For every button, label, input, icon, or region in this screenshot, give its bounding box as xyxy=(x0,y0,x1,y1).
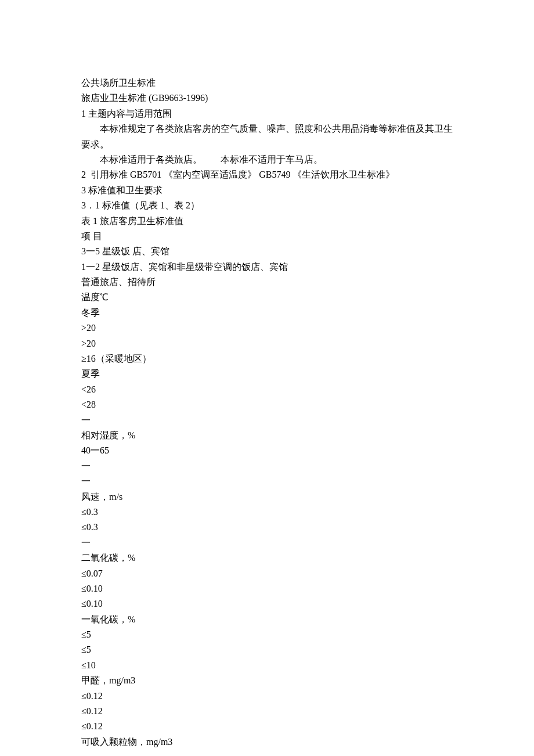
data-value: ≤5 xyxy=(81,627,453,642)
data-value: 一 xyxy=(81,535,453,550)
data-value: ≥16（采暖地区） xyxy=(81,351,453,366)
co2-label: 二氧化碳，% xyxy=(81,550,453,566)
section-3-heading: 3 标准值和卫生要求 xyxy=(81,183,453,198)
data-value: ≤5 xyxy=(81,642,453,657)
document-page: 公共场所卫生标准 旅店业卫生标准 (GB9663-1996) 1 主题内容与适用… xyxy=(0,0,534,756)
table-1-title: 表 1 旅店客房卫生标准值 xyxy=(81,214,453,229)
data-value: ≤0.07 xyxy=(81,566,453,581)
column-header: 普通旅店、招待所 xyxy=(81,275,453,290)
data-value: ≤0.12 xyxy=(81,704,453,719)
data-value: ≤10 xyxy=(81,658,453,673)
title-sub: 旅店业卫生标准 (GB9663-1996) xyxy=(81,91,453,106)
data-value: 40一65 xyxy=(81,443,453,458)
item-label: 项 目 xyxy=(81,229,453,244)
section-2-line: 2 引用标准 GB5701 《室内空调至适温度》 GB5749 《生活饮用水卫生… xyxy=(81,167,453,182)
summer-label: 夏季 xyxy=(81,366,453,381)
pm-label: 可吸入颗粒物，mg/m3 xyxy=(81,735,453,750)
data-value: ≤0.3 xyxy=(81,505,453,520)
data-value: <26 xyxy=(81,382,453,397)
data-value: >20 xyxy=(81,321,453,336)
section-1-paragraph: 本标准规定了各类旅店客房的空气质量、噪声、照度和公共用品消毒等标准值及其卫生要求… xyxy=(81,121,453,152)
temperature-label: 温度℃ xyxy=(81,290,453,305)
title-main: 公共场所卫生标准 xyxy=(81,75,453,91)
data-value: 一 xyxy=(81,474,453,489)
data-value: ≤0.12 xyxy=(81,689,453,704)
data-value: ≤0.10 xyxy=(81,581,453,596)
wind-label: 风速，m/s xyxy=(81,489,453,505)
data-value: ≤0.12 xyxy=(81,719,453,734)
humidity-label: 相对湿度，% xyxy=(81,428,453,443)
section-1-paragraph: 本标准适用于各类旅店。 本标准不适用于车马店。 xyxy=(81,152,453,167)
data-value: 一 xyxy=(81,413,453,428)
winter-label: 冬季 xyxy=(81,305,453,321)
section-1-heading: 1 主题内容与适用范围 xyxy=(81,106,453,121)
co-label: 一氧化碳，% xyxy=(81,612,453,627)
data-value: >20 xyxy=(81,336,453,351)
section-3-1: 3．1 标准值（见表 1、表 2） xyxy=(81,198,453,213)
data-value: 一 xyxy=(81,459,453,474)
data-value: ≤0.3 xyxy=(81,520,453,535)
column-header: 1一2 星级饭店、宾馆和非星级带空调的饭店、宾馆 xyxy=(81,260,453,275)
data-value: ≤0.10 xyxy=(81,596,453,611)
hcho-label: 甲醛，mg/m3 xyxy=(81,673,453,688)
column-header: 3一5 星级饭 店、宾馆 xyxy=(81,244,453,259)
data-value: <28 xyxy=(81,397,453,412)
